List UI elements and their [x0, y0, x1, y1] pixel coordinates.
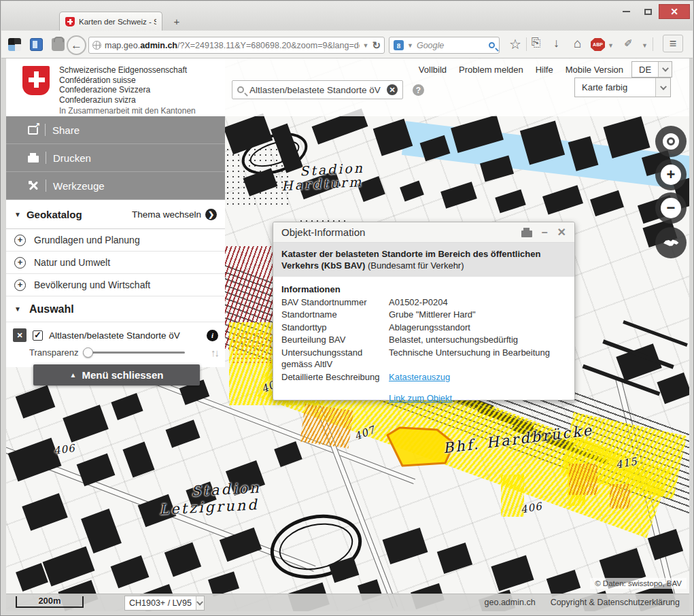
layer-reorder-icons[interactable]: ↑↓: [211, 347, 218, 358]
popup-titlebar[interactable]: Objekt-Information – ✕: [273, 222, 574, 243]
popup-print-icon[interactable]: [521, 230, 532, 237]
window-maximize-button[interactable]: [638, 4, 657, 19]
map-building: [77, 454, 116, 486]
swiss-coat-of-arms-logo: [22, 66, 50, 95]
browser-tab[interactable]: Karten der Schweiz - Schweize...: [59, 12, 162, 31]
confederation-text: Schweizerische Eidgenossenschaft Confédé…: [59, 65, 187, 105]
triangle-down-icon: ▼: [14, 305, 21, 313]
divider: [45, 124, 46, 136]
change-theme-label: Thema wechseln: [132, 209, 201, 220]
toolbar-ext-icon-1[interactable]: [8, 38, 21, 51]
adblock-icon[interactable]: ABP: [591, 38, 605, 51]
browser-search-box[interactable]: 8 ▼ Google: [389, 37, 500, 54]
downloads-icon[interactable]: ↓: [553, 36, 559, 50]
plus-icon: +: [661, 165, 681, 185]
popup-close-icon[interactable]: ✕: [557, 226, 566, 239]
projection-select[interactable]: CH1903+ / LV95: [124, 596, 205, 611]
row-value: Grube "Mittlerer Hard": [389, 309, 566, 321]
map-building: [22, 493, 67, 531]
sidebar-item-share[interactable]: Share: [6, 116, 225, 144]
row-label: Beurteilung BAV: [281, 334, 383, 346]
favicon-swiss-flag: [65, 17, 75, 27]
addon-dropdown-icon[interactable]: ▼: [642, 42, 648, 49]
transparency-slider[interactable]: [84, 352, 185, 354]
org-line: Confederaziun svizra: [59, 95, 187, 105]
geolocation-button[interactable]: [655, 126, 687, 157]
catalog-item-bevoelkerung[interactable]: + Bevölkerung und Wirtschaft: [6, 274, 225, 296]
footer-bar: 200m CH1903+ / LV95 geo.admin.ch Copyrig…: [6, 594, 689, 611]
link-mobile-version[interactable]: Mobile Version: [566, 65, 623, 75]
overlay-orange-hatch: [569, 464, 597, 495]
geoadmin-link[interactable]: geo.admin.ch: [485, 598, 536, 607]
map-style-select[interactable]: Karte farbig: [574, 78, 671, 97]
catalog-label: Bevölkerung und Wirtschaft: [34, 279, 150, 290]
switzerland-icon: [662, 237, 680, 249]
scale-label: 200m: [17, 596, 82, 606]
popup-minimize-icon[interactable]: –: [542, 226, 548, 239]
reload-icon[interactable]: ↻: [372, 39, 381, 52]
window-close-button[interactable]: ✕: [659, 4, 690, 19]
layer-checkbox[interactable]: ✓: [33, 330, 43, 341]
map-style-value: Karte farbig: [575, 82, 655, 92]
toolbar-ext-icon-3[interactable]: [52, 38, 65, 51]
catalog-item-grundlagen[interactable]: + Grundlagen und Planung: [6, 229, 225, 252]
map-building: [648, 529, 683, 560]
bookmark-star-icon[interactable]: ☆: [509, 36, 521, 52]
auswahl-header[interactable]: ▼ Auswahl: [6, 296, 225, 322]
map-elevation-406-right: 406: [520, 500, 543, 515]
language-select[interactable]: DE: [631, 61, 672, 78]
object-link[interactable]: Link zum Objekt: [389, 393, 452, 403]
catalog-label: Natur und Umwelt: [34, 257, 110, 268]
map-building: [63, 405, 108, 443]
new-tab-button[interactable]: +: [168, 14, 186, 29]
catalog-item-natur[interactable]: + Natur und Umwelt: [6, 252, 225, 274]
home-icon[interactable]: ⌂: [574, 36, 581, 51]
projection-value: CH1903+ / LV95: [125, 598, 196, 608]
window-minimize-button[interactable]: [617, 4, 636, 19]
geokatalog-header[interactable]: ▼ Geokatalog Thema wechseln ❯: [6, 200, 225, 229]
url-dropdown-icon[interactable]: ▼: [363, 42, 369, 49]
zoom-out-button[interactable]: −: [655, 192, 687, 224]
search-engine-dropdown-icon[interactable]: ▼: [407, 42, 413, 49]
map-building: [657, 373, 689, 404]
link-hilfe[interactable]: Hilfe: [536, 65, 553, 75]
triangle-down-icon: ▼: [14, 211, 21, 218]
remove-layer-button[interactable]: ✕: [13, 328, 27, 342]
sidebar-item-werkzeuge[interactable]: Werkzeuge: [6, 172, 225, 200]
change-theme-link[interactable]: Thema wechseln ❯: [132, 209, 217, 220]
search-input[interactable]: [248, 84, 383, 96]
katasterauszug-link[interactable]: Katasterauszug: [389, 372, 450, 382]
layer-info-icon[interactable]: i: [207, 330, 218, 341]
link-problem-melden[interactable]: Problem melden: [459, 65, 523, 75]
clear-search-icon[interactable]: ✕: [387, 84, 398, 95]
share-icon: [28, 126, 38, 135]
sidebar-item-drucken[interactable]: Drucken: [6, 144, 225, 172]
zoom-in-button[interactable]: +: [655, 159, 687, 190]
search-magnifier-icon[interactable]: [489, 42, 495, 48]
default-extent-button[interactable]: [655, 227, 687, 258]
minus-icon: −: [661, 198, 681, 218]
row-value: Belastet, untersuchungsbedürftig: [389, 334, 566, 346]
url-bar[interactable]: map.geo.admin.ch/?X=249138.11&Y=680698.2…: [88, 37, 385, 54]
clipboard-icon[interactable]: ⎘: [532, 36, 541, 50]
site-identity-globe-icon[interactable]: [92, 41, 101, 50]
copyright-link[interactable]: Copyright & Datenschutzerklärung: [551, 598, 680, 607]
menu-hamburger-icon[interactable]: ≡: [663, 35, 683, 52]
row-value: Technische Untersuchung in Bearbeitung: [389, 347, 566, 371]
close-menu-label: Menü schliessen: [82, 369, 163, 381]
toolbar-ext-icon-2[interactable]: [30, 38, 43, 51]
close-menu-button[interactable]: ▲ Menü schliessen: [33, 364, 200, 386]
back-button[interactable]: ←: [67, 35, 86, 55]
addon-icon[interactable]: ✐: [624, 37, 636, 50]
expand-plus-icon: +: [14, 235, 26, 246]
divider: [46, 152, 46, 164]
map-building: [16, 563, 48, 592]
catalog-label: Grundlagen und Planung: [34, 235, 140, 245]
link-vollbild[interactable]: Vollbild: [419, 65, 447, 75]
map-building: [590, 190, 624, 216]
divider: [46, 179, 46, 192]
map-building: [16, 385, 56, 418]
slider-knob[interactable]: [83, 347, 93, 358]
search-help-icon[interactable]: ?: [413, 84, 424, 96]
adblock-dropdown-icon[interactable]: ▼: [608, 42, 614, 49]
